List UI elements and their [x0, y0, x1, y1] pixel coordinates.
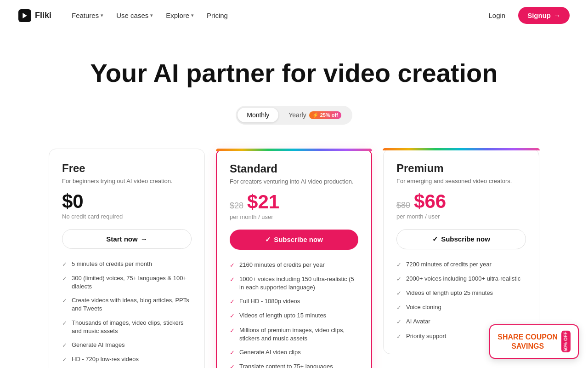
check-icon: ✓ — [230, 349, 235, 357]
rainbow-bar — [383, 148, 540, 150]
savings-badge: ⚡ 25% off — [309, 111, 341, 119]
list-item: ✓Generate AI Images — [62, 341, 192, 350]
check-icon: ✓ — [230, 312, 235, 320]
billing-toggle: Monthly Yearly ⚡ 25% off — [236, 106, 352, 125]
list-item: ✓Voice cloning — [396, 303, 526, 312]
check-icon: ✓ — [230, 298, 235, 306]
list-item: ✓Videos of length upto 15 minutes — [230, 311, 358, 320]
free-price: $0 — [62, 192, 84, 211]
free-features-list: ✓5 minutes of credits per month ✓300 (li… — [62, 260, 192, 368]
free-plan-card: Free For beginners trying out AI video c… — [49, 149, 205, 368]
check-icon: ✓ — [62, 356, 67, 364]
list-item: ✓2000+ voices including 1000+ ultra-real… — [396, 275, 526, 283]
premium-plan-title: Premium — [396, 162, 526, 175]
chevron-down-icon: ▾ — [150, 12, 153, 18]
check-icon: ✓ — [396, 261, 401, 269]
list-item: ✓Translate content to 75+ languages — [230, 362, 358, 368]
list-item: ✓Thousands of images, video clips, stick… — [62, 319, 192, 335]
standard-cta-button[interactable]: ✓ Subscribe now — [230, 230, 358, 250]
check-icon: ✓ — [62, 297, 67, 305]
coupon-badge[interactable]: SHARE COUPON SAVINGS 50% OFF — [489, 324, 579, 359]
standard-original-price: $28 — [230, 201, 243, 211]
nav-features[interactable]: Features ▾ — [66, 8, 109, 23]
check-icon: ✓ — [230, 363, 235, 368]
check-icon: ✓ — [230, 327, 235, 335]
list-item: ✓5 minutes of credits per month — [62, 260, 192, 269]
nav-explore[interactable]: Explore ▾ — [160, 8, 199, 23]
free-plan-desc: For beginners trying out AI video creati… — [62, 178, 192, 184]
free-cta-button[interactable]: Start now → — [62, 229, 192, 249]
list-item: ✓1000+ voices including 150 ultra-realis… — [230, 275, 358, 292]
check-icon: ✓ — [396, 318, 401, 326]
standard-price-period: per month / user — [230, 213, 358, 220]
list-item: ✓HD - 720p low-res videos — [62, 355, 192, 364]
list-item: ✓Millions of premium images, video clips… — [230, 326, 358, 343]
signup-button[interactable]: Signup → — [518, 7, 570, 24]
list-item: ✓300 (limited) voices, 75+ languages & 1… — [62, 274, 192, 291]
chevron-down-icon: ▾ — [101, 12, 103, 18]
list-item: ✓Full HD - 1080p videos — [230, 297, 358, 306]
standard-features-list: ✓2160 minutes of credits per year ✓1000+… — [230, 261, 358, 368]
free-plan-title: Free — [62, 162, 192, 175]
check-icon: ✓ — [62, 260, 67, 269]
check-icon: ✓ — [230, 276, 235, 284]
arrow-right-icon: → — [141, 235, 147, 243]
check-icon: ✓ — [265, 236, 271, 244]
standard-plan-desc: For creators venturing into AI video pro… — [230, 178, 358, 185]
monthly-toggle[interactable]: Monthly — [237, 108, 278, 122]
login-button[interactable]: Login — [481, 8, 513, 23]
check-icon: ✓ — [62, 319, 67, 328]
premium-original-price: $80 — [396, 201, 410, 210]
hero-title: Your AI partner for video creation — [87, 59, 501, 87]
premium-plan-card: Premium For emerging and seasoned video … — [383, 149, 539, 354]
coupon-percent-badge: 50% OFF — [561, 331, 571, 352]
check-icon: ✓ — [432, 235, 438, 243]
premium-cta-button[interactable]: ✓ Subscribe now — [396, 229, 526, 249]
standard-plan-title: Standard — [230, 162, 358, 175]
check-icon: ✓ — [62, 275, 67, 283]
check-icon: ✓ — [396, 333, 401, 341]
nav-right: Login Signup → — [481, 7, 570, 24]
list-item: ✓Create videos with ideas, blog articles… — [62, 296, 192, 313]
brand-name: Fliki — [35, 11, 51, 20]
check-icon: ✓ — [396, 289, 401, 298]
nav-pricing[interactable]: Pricing — [201, 8, 233, 23]
logo[interactable]: Fliki — [18, 9, 51, 22]
svg-marker-0 — [23, 13, 27, 18]
list-item: ✓Videos of length upto 25 minutes — [396, 289, 526, 298]
premium-plan-desc: For emerging and seasoned video creators… — [396, 178, 526, 184]
check-icon: ✓ — [230, 261, 235, 270]
arrow-right-icon: → — [554, 12, 560, 19]
list-item: ✓Generate AI video clips — [230, 348, 358, 357]
chevron-down-icon: ▾ — [191, 12, 194, 18]
check-icon: ✓ — [396, 275, 401, 283]
rainbow-bar — [216, 149, 372, 151]
navigation: Fliki Features ▾ Use cases ▾ Explore ▾ P… — [0, 0, 588, 31]
check-icon: ✓ — [396, 304, 401, 312]
hero-section: Your AI partner for video creation Month… — [0, 31, 588, 149]
list-item: ✓2160 minutes of credits per year — [230, 261, 358, 270]
check-icon: ✓ — [62, 341, 67, 350]
standard-price: $21 — [247, 192, 279, 212]
nav-usecases[interactable]: Use cases ▾ — [111, 8, 158, 23]
coupon-text: SHARE COUPON SAVINGS — [498, 333, 558, 350]
logo-icon — [18, 9, 31, 22]
premium-price-period: per month / user — [396, 213, 526, 220]
yearly-toggle[interactable]: Yearly ⚡ 25% off — [279, 108, 351, 123]
list-item: ✓7200 minutes of credits per year — [396, 260, 526, 269]
free-price-note: No credit card required — [62, 213, 192, 220]
nav-links: Features ▾ Use cases ▾ Explore ▾ Pricing — [66, 8, 233, 23]
standard-plan-card: Standard For creators venturing into AI … — [216, 149, 372, 368]
lightning-icon: ⚡ — [312, 112, 319, 118]
premium-price: $66 — [414, 192, 446, 211]
